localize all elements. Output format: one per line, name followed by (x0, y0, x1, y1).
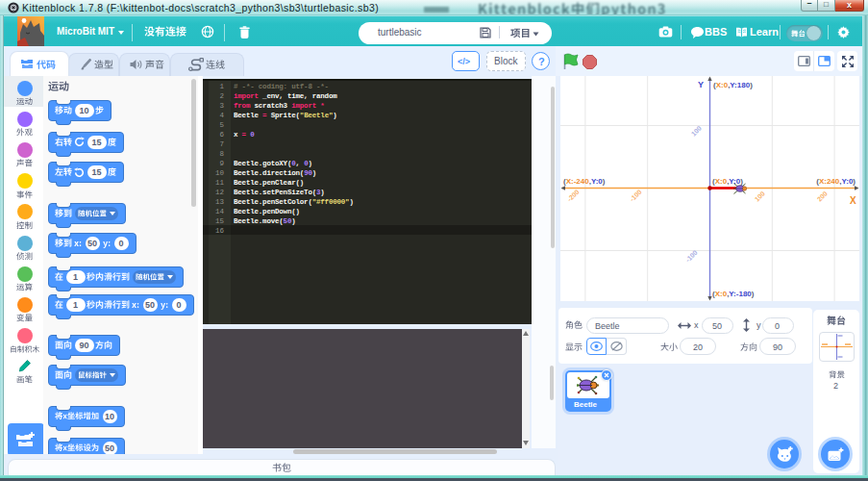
svg-text:-100: -100 (684, 249, 699, 264)
svg-text:(X:240,Y:0): (X:240,Y:0) (816, 177, 856, 186)
svg-text:(X:0,Y:-180): (X:0,Y:-180) (712, 290, 755, 298)
svg-text:(X:0,Y:0): (X:0,Y:0) (712, 177, 743, 186)
svg-text:(X:0,Y:180): (X:0,Y:180) (713, 81, 753, 89)
svg-text:-100: -100 (629, 189, 643, 203)
svg-text:-200: -200 (566, 189, 581, 203)
svg-text:X: X (850, 195, 856, 206)
svg-text:Y: Y (698, 80, 704, 89)
svg-text:100: 100 (754, 190, 766, 202)
svg-text:200: 200 (816, 190, 829, 202)
svg-text:(X:-240,Y:0): (X:-240,Y:0) (563, 177, 606, 186)
svg-text:100: 100 (690, 124, 703, 137)
